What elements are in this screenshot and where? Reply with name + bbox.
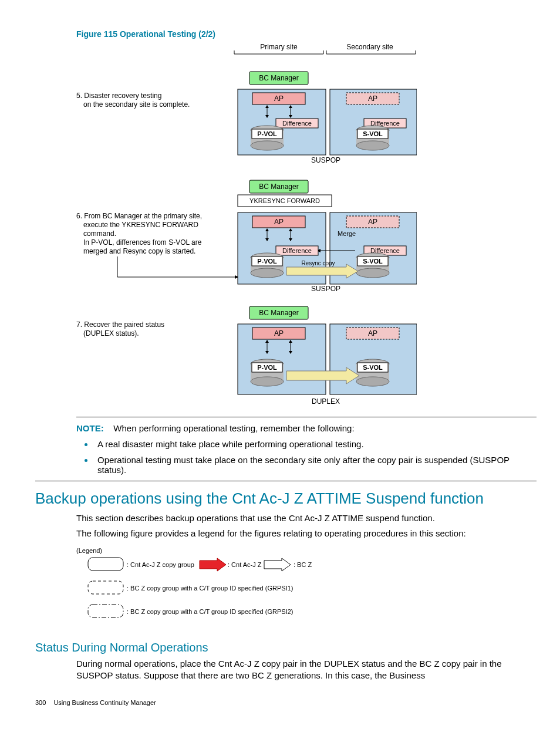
subsection-heading: Status During Normal Operations: [35, 641, 537, 654]
svg-text:P-VOL: P-VOL: [257, 130, 277, 137]
step6-line4: In P-VOL, differences from S-VOL are: [83, 238, 202, 247]
svg-text:S-VOL: S-VOL: [363, 364, 383, 371]
svg-marker-74: [200, 558, 226, 571]
svg-rect-76: [88, 581, 123, 594]
note-bullet-2: Operational testing must take place on t…: [94, 455, 537, 475]
svg-point-20: [356, 141, 389, 150]
legend-item5: : BC Z copy group with a C/T group ID sp…: [127, 608, 293, 615]
merge-label: Merge: [338, 230, 356, 237]
ap-p3: AP: [274, 329, 284, 337]
pvol-cyl-1: P-VOL: [251, 126, 284, 150]
svg-rect-73: [88, 558, 123, 571]
note-bullet-1: A real disaster might take place while p…: [94, 439, 537, 449]
svg-rect-77: [88, 605, 123, 617]
svg-marker-75: [264, 558, 291, 571]
pvol-cyl-3: P-VOL: [251, 359, 284, 386]
duplex-label: DUPLEX: [312, 397, 340, 406]
svg-point-47: [356, 268, 389, 278]
legend-item2: : Cnt Ac-J Z: [228, 561, 262, 568]
step7-line2: (DUPLEX status).: [83, 329, 139, 337]
ap-s1: AP: [368, 94, 377, 103]
note-line: NOTE: When performing operational testin…: [76, 423, 537, 433]
step6-line1: 6. From BC Manager at the primary site,: [76, 212, 202, 220]
section-p1: This section describes backup operations…: [76, 512, 537, 524]
suspop-1: SUSPOP: [311, 156, 340, 164]
section-heading: Backup operations using the Cnt Ac-J Z A…: [35, 490, 537, 508]
svg-point-42: [251, 268, 284, 278]
divider: [76, 417, 537, 417]
diff-p1: Difference: [282, 120, 312, 127]
step6-line2: execute the YKRESYNC FORWARD: [83, 221, 198, 229]
legend-item4: : BC Z copy group with a C/T group ID sp…: [127, 585, 293, 592]
ap-p1: AP: [274, 94, 284, 103]
page-footer: 300 Using Business Continuity Manager: [35, 699, 537, 706]
legend-item3: : BC Z: [294, 561, 312, 568]
bc-manager-1: BC Manager: [259, 74, 298, 82]
svg-text:P-VOL: P-VOL: [257, 258, 277, 265]
svol-cyl-2: S-VOL: [356, 253, 389, 278]
page-number: 300: [35, 699, 46, 706]
svg-text:S-VOL: S-VOL: [363, 130, 383, 137]
primary-site-label: Primary site: [260, 43, 298, 51]
figure-caption: Figure 115 Operational Testing (2/2): [76, 29, 537, 39]
bc-manager-2: BC Manager: [259, 183, 298, 191]
secondary-site-label: Secondary site: [346, 43, 393, 51]
step5-line1: 5. Disaster recovery testing: [76, 92, 161, 100]
suspop-2: SUSPOP: [311, 285, 340, 293]
legend-figure: (Legend) : Cnt Ac-J Z copy group : Cnt A…: [76, 546, 537, 630]
step7-line1: 7. Recover the paired status: [76, 320, 164, 329]
ap-s2: AP: [368, 218, 377, 226]
step6-line3: command.: [83, 229, 116, 238]
svol-cyl-3: S-VOL: [356, 359, 389, 386]
footer-title: Using Business Continuity Manager: [53, 699, 156, 706]
step5-line2: on the secondary site is complete.: [83, 100, 190, 109]
note-intro: When performing operational testing, rem…: [113, 423, 354, 433]
svg-point-64: [251, 377, 284, 386]
svg-point-69: [356, 377, 389, 386]
divider: [35, 481, 537, 481]
ap-p2: AP: [274, 218, 284, 226]
svol-cyl-1: S-VOL: [356, 126, 389, 150]
svg-text:S-VOL: S-VOL: [363, 258, 383, 265]
legend-item1: : Cnt Ac-J Z copy group: [127, 561, 194, 568]
svg-text:P-VOL: P-VOL: [257, 364, 277, 371]
diagram-figure-115: Primary site Secondary site 5. Disaster …: [76, 42, 537, 412]
svg-point-15: [251, 141, 284, 150]
ap-s3: AP: [368, 329, 377, 337]
note-label: NOTE:: [76, 423, 104, 433]
section-p2: The following figure provides a legend f…: [76, 528, 537, 539]
ykresync-label: YKRESYNC FORWARD: [249, 197, 320, 204]
pvol-cyl-2: P-VOL: [251, 253, 284, 278]
legend-title: (Legend): [76, 547, 102, 554]
diff-p2: Difference: [282, 247, 312, 254]
note-bullets: A real disaster might take place while p…: [94, 439, 537, 475]
subsection-p1: During normal operations, place the Cnt …: [76, 658, 537, 682]
step6-line5: merged and Resync copy is started.: [83, 247, 195, 255]
resync-copy-label: Resync copy: [301, 260, 335, 266]
bc-manager-3: BC Manager: [259, 309, 298, 317]
